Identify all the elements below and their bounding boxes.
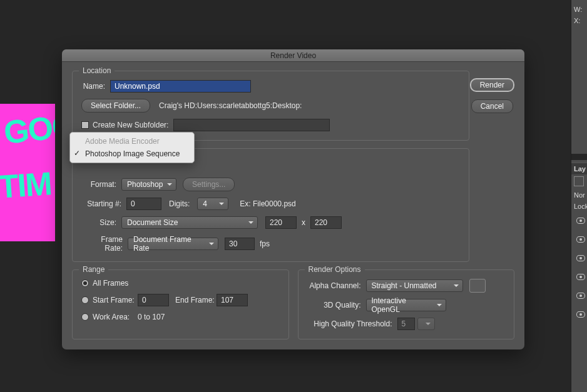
digits-label: Digits: — [169, 199, 190, 208]
hq-threshold-input — [397, 318, 415, 330]
starting-number-input[interactable] — [126, 198, 161, 210]
work-area-value: 0 to 107 — [138, 313, 165, 321]
layer-row[interactable] — [571, 306, 587, 324]
encoder-dropdown-popup: Adobe Media Encoder ✓ Photoshop Image Se… — [69, 132, 195, 163]
visibility-eye-icon[interactable] — [576, 293, 585, 299]
blend-mode-select[interactable]: Nor — [571, 189, 587, 201]
layer-row[interactable] — [571, 231, 587, 249]
settings-button: Settings... — [183, 178, 235, 191]
width-input[interactable] — [265, 216, 297, 229]
alpha-channel-label: Alpha Channel: — [307, 281, 361, 290]
hq-threshold-stepper — [417, 318, 435, 330]
framerate-input[interactable] — [225, 238, 255, 250]
framerate-unit: fps — [260, 239, 270, 248]
encoder-option-image-sequence[interactable]: ✓ Photoshop Image Sequence — [70, 148, 194, 160]
hq-threshold-label: High Quality Threshold: — [307, 319, 392, 328]
end-frame-label: End Frame: — [175, 296, 217, 304]
quality-3d-label: 3D Quality: — [307, 301, 361, 309]
checkmark-icon: ✓ — [74, 149, 80, 158]
fieldset-range: Range All Frames Start Frame: End Frame: — [72, 269, 289, 339]
digits-select[interactable]: 4 — [197, 198, 228, 210]
select-folder-button[interactable]: Select Folder... — [81, 99, 150, 113]
art-text-line1: GOO — [2, 106, 55, 151]
radio-work-area[interactable] — [81, 313, 89, 321]
dimension-separator: x — [302, 218, 305, 227]
format-select[interactable]: Photoshop — [121, 178, 176, 191]
format-label: Format: — [81, 180, 116, 189]
alpha-color-swatch[interactable] — [469, 279, 486, 293]
art-text-line2: TIM — [0, 164, 53, 206]
transform-width-label: W: — [571, 4, 587, 15]
range-legend: Range — [79, 265, 108, 274]
fieldset-image-sequence: Format: Photoshop Settings... Starting #… — [72, 148, 469, 262]
canvas-art: GOO TIM — [0, 104, 55, 241]
name-label: Name: — [81, 82, 105, 91]
filename-example: Ex: File0000.psd — [240, 199, 295, 208]
render-button[interactable]: Render — [470, 78, 514, 92]
all-frames-label: All Frames — [93, 279, 128, 288]
panel-layers-tab[interactable]: Lay — [571, 163, 587, 174]
work-area-label: Work Area: — [93, 313, 138, 321]
size-label: Size: — [81, 218, 116, 227]
folder-path: Craig's HD:Users:scarletabbottg5:Desktop… — [159, 101, 302, 110]
fieldset-render-options: Render Options Alpha Channel: Straight -… — [298, 269, 515, 339]
dialog-actions: Render Cancel — [470, 78, 514, 113]
start-frame-label: Start Frame: — [93, 296, 138, 304]
cancel-button[interactable]: Cancel — [471, 99, 513, 113]
encoder-option-label: Photoshop Image Sequence — [85, 149, 180, 158]
visibility-eye-icon[interactable] — [576, 236, 585, 243]
visibility-eye-icon[interactable] — [576, 274, 585, 280]
visibility-eye-icon[interactable] — [576, 218, 585, 224]
layer-row[interactable] — [571, 287, 587, 306]
layer-row[interactable] — [571, 249, 587, 268]
right-side-panels: W: X: Lay Nor Lock — [571, 0, 587, 392]
location-legend: Location — [79, 66, 115, 75]
layer-search[interactable] — [571, 174, 587, 189]
encoder-option-ame: Adobe Media Encoder — [70, 135, 194, 148]
size-preset-select[interactable]: Document Size — [121, 216, 258, 229]
radio-start-frame[interactable] — [81, 296, 89, 304]
end-frame-input[interactable] — [217, 294, 248, 306]
transform-x-label: X: — [571, 15, 587, 26]
quality-3d-select[interactable]: Interactive OpenGL — [366, 299, 446, 311]
create-subfolder-label: Create New Subfolder: — [93, 121, 168, 129]
framerate-label: Frame Rate: — [81, 235, 123, 253]
starting-number-label: Starting #: — [81, 199, 121, 208]
dialog-titlebar[interactable]: Render Video — [62, 49, 524, 62]
fieldset-location: Location Name: Select Folder... Craig's … — [72, 71, 469, 141]
framerate-preset-select[interactable]: Document Frame Rate — [128, 238, 218, 250]
layer-row[interactable] — [571, 268, 587, 287]
visibility-eye-icon[interactable] — [576, 255, 585, 261]
render-options-legend: Render Options — [305, 265, 365, 274]
name-input[interactable] — [110, 80, 251, 93]
height-input[interactable] — [310, 216, 342, 229]
render-video-dialog: Render Video Render Cancel Location Name… — [62, 49, 524, 349]
visibility-eye-icon[interactable] — [576, 311, 585, 318]
lock-label: Lock — [571, 201, 587, 212]
layer-row[interactable] — [571, 212, 587, 231]
start-frame-input[interactable] — [138, 294, 169, 306]
create-subfolder-checkbox[interactable] — [81, 121, 89, 129]
radio-all-frames[interactable] — [81, 279, 89, 287]
search-icon — [574, 176, 584, 186]
subfolder-input[interactable] — [173, 119, 330, 131]
alpha-channel-select[interactable]: Straight - Unmatted — [366, 279, 463, 292]
